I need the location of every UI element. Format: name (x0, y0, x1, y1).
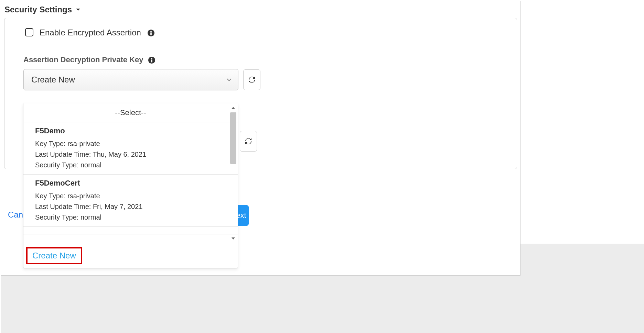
info-icon[interactable] (148, 56, 155, 64)
dropdown-scrollbar[interactable] (229, 103, 238, 243)
svg-point-1 (150, 31, 152, 32)
enable-encrypted-assertion-row: Enable Encrypted Assertion (4, 28, 517, 37)
scroll-down-icon[interactable] (229, 234, 238, 243)
chevron-down-icon (226, 75, 232, 85)
option-name (35, 230, 226, 234)
private-key-dropdown: --Select-- F5Demo Key Type: rsa-private … (23, 103, 238, 268)
refresh-button[interactable] (243, 69, 260, 90)
option-name: F5Demo (35, 126, 226, 135)
scroll-up-icon[interactable] (229, 103, 238, 112)
create-new-button[interactable]: Create New (26, 247, 82, 264)
option-meta: Key Type: rsa-private Last Update Time: … (35, 191, 226, 223)
security-settings-panel: Security Settings Enable Encrypted Asser… (1, 1, 520, 276)
section-header[interactable]: Security Settings (1, 1, 520, 18)
refresh-button[interactable] (240, 131, 257, 152)
dropdown-option-placeholder[interactable]: --Select-- (23, 103, 238, 122)
dropdown-option[interactable] (23, 227, 238, 234)
assertion-decryption-key-field: Assertion Decryption Private Key Create … (4, 55, 517, 90)
dropdown-footer: Create New (23, 243, 238, 268)
caret-down-icon (75, 7, 81, 12)
private-key-select[interactable]: Create New (23, 69, 238, 90)
field-label: Assertion Decryption Private Key (23, 55, 143, 64)
info-icon[interactable] (147, 29, 155, 37)
svg-rect-5 (151, 59, 153, 62)
select-value: Create New (31, 75, 75, 85)
enable-encrypted-assertion-label: Enable Encrypted Assertion (40, 28, 141, 37)
scroll-thumb[interactable] (230, 112, 236, 164)
section-title: Security Settings (4, 5, 72, 14)
svg-rect-2 (150, 32, 152, 35)
option-name: F5DemoCert (35, 179, 226, 188)
scroll-track[interactable] (229, 112, 238, 234)
dropdown-option[interactable]: F5DemoCert Key Type: rsa-private Last Up… (23, 175, 238, 227)
option-meta: Key Type: rsa-private Last Update Time: … (35, 138, 226, 170)
dropdown-option[interactable]: F5Demo Key Type: rsa-private Last Update… (23, 122, 238, 175)
enable-encrypted-assertion-checkbox[interactable] (25, 28, 33, 36)
svg-point-4 (151, 58, 153, 59)
